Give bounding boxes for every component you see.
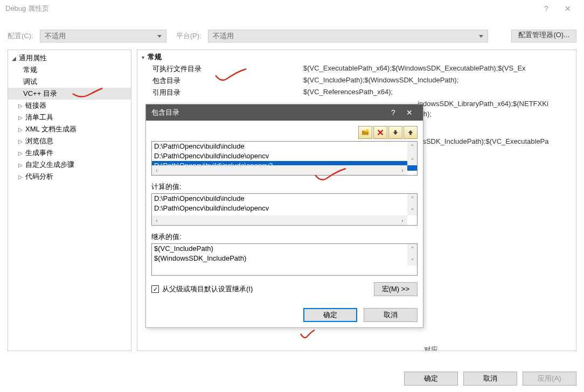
dialog-footer: 确定 取消	[146, 303, 423, 327]
prop-value: $(VC_ReferencesPath_x64);	[303, 88, 393, 97]
collapse-arrow-icon: ◢	[11, 55, 17, 61]
folder-star-icon	[361, 129, 369, 136]
expand-arrow-icon: ▷	[18, 103, 23, 109]
inherit-row: ✓ 从父级或项目默认设置继承(I) 宏(M) >>	[146, 276, 423, 303]
prop-key: 可执行文件目录	[152, 64, 303, 74]
tree-item[interactable]: 常规	[8, 64, 131, 76]
collapse-arrow-icon: ▾	[142, 54, 144, 60]
inherited-listbox: $(VC_IncludePath)$(WindowsSDK_IncludePat…	[151, 243, 418, 276]
scroll-down-icon[interactable]: ˅	[407, 206, 417, 215]
include-dirs-dialog: 包含目录 ? ✕ D:\Path\Opencv\build\includeD:\…	[145, 104, 423, 328]
inherit-checkbox[interactable]: ✓	[151, 285, 159, 293]
horizontal-scrollbar[interactable]: ‹ ›	[152, 215, 407, 225]
tree-item-label: 自定义生成步骤	[25, 160, 74, 170]
window-title: Debug 属性页	[5, 4, 536, 13]
close-button[interactable]: ✕	[557, 4, 579, 13]
toolbar: 配置(C): 不适用 平台(P): 不适用 配置管理器(O)...	[0, 28, 584, 44]
prop-row[interactable]: 引用目录$(VC_ReferencesPath_x64);	[137, 87, 576, 99]
scroll-right-icon[interactable]: ›	[398, 165, 407, 175]
prop-row[interactable]: 包含目录$(VC_IncludePath);$(WindowsSDK_Inclu…	[137, 75, 576, 87]
tree-item[interactable]: ▷XML 文档生成器	[8, 123, 131, 135]
scroll-left-icon[interactable]: ‹	[152, 215, 162, 225]
expand-arrow-icon: ▷	[18, 127, 23, 132]
dialog-ok-button[interactable]: 确定	[303, 308, 357, 322]
tree-item[interactable]: ▷代码分析	[8, 171, 131, 183]
list-item[interactable]: D:\Path\Opencv\build\include	[152, 142, 417, 151]
prop-section-header[interactable]: ▾ 常规	[137, 51, 576, 63]
tree-item-label: 清单工具	[25, 113, 53, 122]
tree-item-label: 生成事件	[25, 148, 53, 158]
tree-item-label: 常规	[23, 65, 37, 75]
tree-item[interactable]: 调试	[8, 76, 131, 88]
section-label: 常规	[148, 52, 162, 62]
inherited-label: 继承的值:	[151, 232, 418, 242]
prop-value: wsSDK_IncludePath);$(VC_ExecutablePa	[418, 137, 549, 145]
computed-listbox[interactable]: D:\Path\Opencv\build\includeD:\Path\Open…	[151, 193, 418, 226]
vertical-scrollbar[interactable]: ˄ ˅	[407, 194, 417, 215]
platform-combo[interactable]: 不适用	[208, 30, 488, 43]
tree-item-label: XML 文档生成器	[25, 124, 77, 134]
config-manager-button[interactable]: 配置管理器(O)...	[511, 30, 576, 43]
prop-note: 对应。	[418, 341, 451, 351]
move-down-button[interactable]	[388, 126, 402, 139]
config-label: 配置(C):	[8, 31, 33, 41]
x-icon	[377, 129, 384, 136]
tree-root-label: 通用属性	[19, 53, 47, 63]
tree-item[interactable]: ▷自定义生成步骤	[8, 159, 131, 171]
bottom-bar: 确定 取消 应用(A)	[404, 372, 576, 386]
arrow-up-icon	[407, 129, 414, 136]
apply-button[interactable]: 应用(A)	[523, 372, 576, 386]
macro-button[interactable]: 宏(M) >>	[374, 282, 418, 296]
scroll-down-icon[interactable]: ˅	[407, 256, 417, 265]
scroll-up-icon[interactable]: ˄	[407, 194, 417, 204]
horizontal-scrollbar[interactable]: ‹ ›	[152, 165, 407, 175]
new-folder-button[interactable]	[358, 126, 372, 139]
tree-item[interactable]: VC++ 目录	[8, 88, 131, 100]
dialog-toolbar	[146, 121, 423, 141]
tree-item[interactable]: ▷生成事件	[8, 147, 131, 159]
list-item[interactable]: D:\Path\Opencv\build\include\opencv	[152, 151, 417, 161]
tree-item-label: 调试	[23, 77, 37, 87]
cancel-button[interactable]: 取消	[463, 372, 517, 386]
tree-item[interactable]: ▷链接器	[8, 100, 131, 111]
dialog-header: 包含目录 ? ✕	[146, 104, 423, 121]
prop-value: $(VC_ExecutablePath_x64);$(WindowsSDK_Ex…	[303, 64, 526, 74]
tree-root[interactable]: ◢ 通用属性	[8, 52, 131, 64]
expand-arrow-icon: ▷	[18, 138, 23, 144]
scroll-left-icon[interactable]: ‹	[152, 165, 162, 175]
config-combo[interactable]: 不适用	[40, 30, 166, 43]
tree-item[interactable]: ▷浏览信息	[8, 135, 131, 147]
expand-arrow-icon: ▷	[18, 174, 23, 180]
platform-value: 不适用	[213, 31, 234, 41]
list-item[interactable]: $(VC_IncludePath)	[152, 244, 417, 254]
vertical-scrollbar[interactable]: ˄ ˅	[407, 142, 417, 165]
platform-label: 平台(P):	[176, 31, 201, 41]
list-item[interactable]: D:\Path\Opencv\build\include\opencv	[152, 204, 417, 213]
delete-button[interactable]	[373, 126, 387, 139]
scroll-down-icon[interactable]: ˅	[407, 156, 417, 165]
list-item[interactable]: D:\Path\Opencv\build\include	[152, 194, 417, 204]
expand-arrow-icon: ▷	[18, 162, 23, 168]
prop-value: indowsSDK_LibraryPath_x64);$(NETFXKi	[418, 100, 548, 108]
expand-arrow-icon: ▷	[18, 150, 23, 156]
scroll-up-icon[interactable]: ˄	[407, 244, 417, 254]
inherit-label: 从父级或项目默认设置继承(I)	[162, 284, 253, 294]
tree-item-label: 代码分析	[25, 172, 53, 181]
prop-key: 引用目录	[152, 88, 303, 97]
dialog-close-button[interactable]: ✕	[401, 108, 418, 117]
paths-listbox[interactable]: D:\Path\Opencv\build\includeD:\Path\Open…	[151, 141, 418, 176]
dialog-help-button[interactable]: ?	[385, 108, 401, 117]
ok-button[interactable]: 确定	[404, 372, 458, 386]
move-up-button[interactable]	[404, 126, 418, 139]
prop-row[interactable]: 可执行文件目录$(VC_ExecutablePath_x64);$(Window…	[137, 63, 576, 75]
tree-item[interactable]: ▷清单工具	[8, 111, 131, 123]
list-item[interactable]: $(WindowsSDK_IncludePath)	[152, 254, 417, 263]
scroll-up-icon[interactable]: ˄	[407, 142, 417, 151]
help-button[interactable]: ?	[536, 4, 557, 13]
vertical-scrollbar[interactable]: ˄ ˅	[407, 244, 417, 265]
svg-point-0	[366, 129, 369, 132]
scroll-right-icon[interactable]: ›	[398, 215, 407, 225]
tree-item-label: VC++ 目录	[23, 89, 57, 99]
dialog-cancel-button[interactable]: 取消	[364, 308, 418, 322]
config-value: 不适用	[45, 31, 66, 41]
